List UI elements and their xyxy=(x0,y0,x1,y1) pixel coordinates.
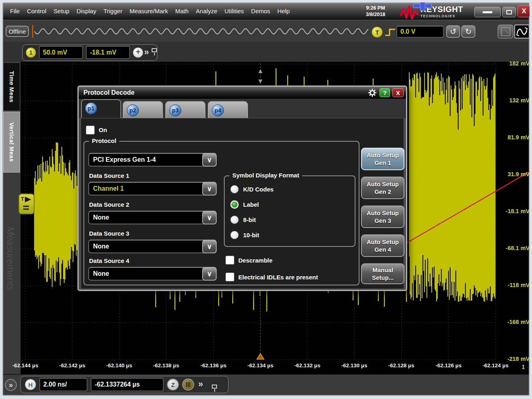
x-axis-label: -62.124 µs xyxy=(476,362,515,368)
menu-setup[interactable]: Setup xyxy=(50,8,73,14)
minimize-button[interactable] xyxy=(474,7,501,17)
maximize-icon xyxy=(506,10,512,14)
menu-help[interactable]: Help xyxy=(274,8,293,14)
trigger-level-field[interactable]: 0.0 V xyxy=(396,26,444,38)
horizontal-scale-field[interactable]: 2.00 ns/ xyxy=(39,378,87,391)
channel-expand-button[interactable]: » xyxy=(144,48,149,57)
add-icon: + xyxy=(136,47,140,57)
zoom-button[interactable]: Z xyxy=(167,379,179,391)
menu-utilities[interactable]: Utilities xyxy=(221,8,247,14)
tab-p3[interactable]: p3 xyxy=(165,101,205,118)
undo-icon: ↺ xyxy=(450,27,457,36)
acquisition-button[interactable] xyxy=(182,379,194,391)
radio-label[interactable] xyxy=(230,200,239,209)
on-checkbox[interactable] xyxy=(86,126,95,134)
offline-button[interactable]: Offline xyxy=(6,26,29,37)
data-source-3-label: Data Source 3 xyxy=(89,230,129,237)
data-source-2-dropdown[interactable]: None ∨ xyxy=(88,211,217,224)
sidebar-tab-time-meas[interactable]: Time Meas xyxy=(3,63,20,111)
pin-icon[interactable] xyxy=(152,48,157,52)
trigger-level-marker[interactable]: T xyxy=(18,193,35,214)
tab-p4[interactable]: p4 xyxy=(208,101,248,118)
pin-icon[interactable] xyxy=(212,385,217,389)
offline-divider xyxy=(32,25,33,38)
chevron-down-icon[interactable]: ∨ xyxy=(202,153,217,167)
horizontal-position-field[interactable]: -62.1337264 µs xyxy=(91,378,164,391)
chevron-down-icon[interactable]: ∨ xyxy=(202,211,217,224)
x-axis-label: -62.136 µs xyxy=(194,362,233,368)
undo-button[interactable]: ↺ xyxy=(446,25,460,38)
pan-zoom-button[interactable] xyxy=(514,24,530,39)
add-channel-button[interactable]: + xyxy=(133,47,143,58)
protocol-dropdown[interactable]: PCI Express Gen 1-4 ∨ xyxy=(88,153,217,167)
dialog-help-button[interactable]: ? xyxy=(380,88,390,97)
manual-setup-button[interactable]: ManualSetup... xyxy=(361,263,404,284)
y-axis-label: -18.1 mV xyxy=(496,208,530,214)
horizontal-badge[interactable]: H xyxy=(25,379,36,390)
channel1-scale-field[interactable]: 50.0 mV xyxy=(39,46,83,59)
dialog-close-icon: X xyxy=(396,90,400,96)
pan-zoom-waveform-icon xyxy=(516,26,528,37)
x-axis-label: -62.144 µs xyxy=(6,362,45,368)
radio-10bit[interactable] xyxy=(230,231,239,239)
menu-display[interactable]: Display xyxy=(73,8,100,14)
auto-setup-gen3-button[interactable]: Auto SetupGen 3 xyxy=(361,206,404,228)
sidebar-tab-vertical-meas[interactable]: Vertical Meas xyxy=(3,112,20,173)
horizontal-scale-value: 2.00 ns/ xyxy=(43,381,67,388)
channel1-number: 1 xyxy=(29,49,32,56)
dialog-close-button[interactable]: X xyxy=(392,88,404,97)
menu-measure-mark[interactable]: Measure/Mark xyxy=(126,8,172,14)
display-mode-button[interactable] xyxy=(497,24,514,39)
chevron-down-icon[interactable]: ∨ xyxy=(202,182,217,195)
protocol-decode-dialog: Protocol Decode ? X p2 p3 p4 p1 O xyxy=(77,86,407,291)
tab-p4-label: p4 xyxy=(212,104,224,116)
dialog-title-bar[interactable]: Protocol Decode xyxy=(79,87,406,99)
menu-demos[interactable]: Demos xyxy=(248,8,274,14)
descramble-label: Descramble xyxy=(238,257,272,264)
channel1-offset-field[interactable]: -18.1 mV xyxy=(86,46,130,59)
double-chevron-icon: » xyxy=(144,47,149,57)
gear-icon[interactable] xyxy=(368,88,377,97)
channel1-badge[interactable]: 1 xyxy=(26,47,36,58)
data-source-3-dropdown[interactable]: None ∨ xyxy=(88,240,217,253)
protocol-group-label: Protocol xyxy=(89,137,119,144)
menu-analyze[interactable]: Analyze xyxy=(192,8,221,14)
trigger-badge[interactable]: T xyxy=(372,26,383,38)
dialog-tab-strip: p2 p3 p4 p1 xyxy=(79,99,406,118)
y-axis-label: -118 mV xyxy=(496,282,530,288)
chevron-down-icon[interactable]: ∨ xyxy=(202,240,217,253)
data-source-4-dropdown[interactable]: None ∨ xyxy=(88,267,217,281)
radio-10bit-label: 10-bit xyxy=(243,232,259,238)
tab-p3-label: p3 xyxy=(169,104,181,116)
x-axis-label: -62.140 µs xyxy=(100,362,138,368)
auto-setup-gen1-button[interactable]: Auto SetupGen 1 xyxy=(361,148,404,170)
x-axis-label: -62.134 µs xyxy=(241,362,280,368)
data-source-1-dropdown[interactable]: Channel 1 ∨ xyxy=(88,182,217,195)
frame-right xyxy=(530,0,532,399)
help-icon: ? xyxy=(383,90,386,96)
close-button[interactable]: X xyxy=(518,5,530,17)
descramble-checkbox[interactable] xyxy=(225,256,234,265)
radio-8bit[interactable] xyxy=(230,216,239,224)
radio-kd-codes[interactable] xyxy=(230,185,239,193)
redo-button[interactable]: ↻ xyxy=(461,25,475,38)
menu-trigger[interactable]: Trigger xyxy=(100,8,126,14)
maximize-button[interactable] xyxy=(502,7,516,17)
y-axis-label: 132 mV xyxy=(496,97,530,104)
menu-file[interactable]: File xyxy=(6,8,23,14)
data-source-3-value: None xyxy=(89,243,202,250)
auto-setup-gen4-button[interactable]: Auto SetupGen 4 xyxy=(361,234,404,257)
auto-setup-gen2-button[interactable]: Auto SetupGen 2 xyxy=(361,177,404,199)
offline-label: Offline xyxy=(8,28,26,35)
electrical-idles-checkbox[interactable] xyxy=(225,273,234,281)
menu-math[interactable]: Math xyxy=(172,8,192,14)
sidebar-collapse-button[interactable]: » xyxy=(5,379,17,391)
chevron-down-icon[interactable]: ∨ xyxy=(202,267,217,281)
close-icon: X xyxy=(522,7,526,15)
tab-p2[interactable]: p2 xyxy=(123,101,163,118)
horizontal-expand-button[interactable]: » xyxy=(198,380,203,389)
tab-p1[interactable]: p1 xyxy=(81,99,121,118)
menu-control[interactable]: Control xyxy=(23,8,50,14)
data-source-2-label: Data Source 2 xyxy=(89,201,129,208)
data-source-4-value: None xyxy=(89,270,202,277)
